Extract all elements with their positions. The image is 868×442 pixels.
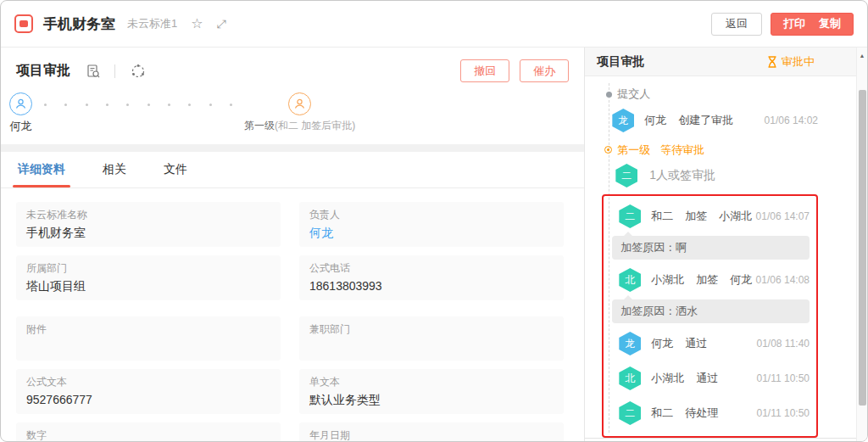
entry-time: 01/11 10:50 bbox=[756, 407, 810, 419]
avatar: 龙 bbox=[619, 332, 641, 355]
field-owner: 负责人 何龙 bbox=[299, 202, 564, 247]
withdraw-button[interactable]: 撤回 bbox=[460, 59, 509, 82]
back-button[interactable]: 返回 bbox=[711, 13, 762, 36]
field-name: 未云标准名称 手机财务室 bbox=[16, 202, 281, 247]
entry-time: 01/06 14:08 bbox=[756, 274, 810, 286]
tab-related[interactable]: 相关 bbox=[101, 162, 128, 187]
approval-flow: 何龙 第一级(和二 加签后审批) bbox=[1, 86, 584, 144]
field-date: 年月日期 bbox=[299, 422, 564, 442]
process-flow-icon[interactable] bbox=[131, 64, 146, 79]
field-department: 所属部门 塔山项目组 bbox=[16, 255, 281, 300]
star-icon[interactable]: ☆ bbox=[191, 17, 203, 31]
approval-status-badge: 审批中 bbox=[767, 54, 815, 70]
avatar: 二 bbox=[619, 204, 641, 228]
tab-detail[interactable]: 详细资料 bbox=[16, 162, 67, 187]
copy-button[interactable]: 复制 bbox=[819, 16, 841, 31]
scrollbar-up-icon[interactable]: ▲ bbox=[857, 48, 867, 59]
panel-scrollbar[interactable]: ▲ bbox=[856, 48, 867, 442]
timeline-entry: 北 小湖北加签何龙 01/06 14:08 bbox=[612, 268, 810, 292]
approval-card-header: 项目审批 撤回 催办 bbox=[1, 48, 584, 86]
annotation-box: 二 和二加签小湖北 01/06 14:07 加签原因：啊 北 小湖北加签何龙 0… bbox=[602, 194, 818, 438]
avatar: 二 bbox=[619, 401, 641, 425]
field-formula-text: 公式文本 9527666777 bbox=[16, 369, 281, 414]
detail-area: 项目审批 撤回 催办 bbox=[1, 48, 585, 442]
approval-detail-icon[interactable] bbox=[86, 64, 101, 79]
record-title: 手机财务室 bbox=[43, 14, 115, 34]
submitter-node: 提交人 bbox=[597, 85, 818, 104]
entry-time: 01/06 14:02 bbox=[765, 115, 818, 126]
divider bbox=[114, 64, 115, 78]
timeline-entry: 二 和二待处理 01/11 10:50 bbox=[612, 401, 810, 425]
record-type-label: 未云标准1 bbox=[127, 16, 177, 31]
flow-stage-node: 第一级(和二 加签后审批) bbox=[244, 92, 355, 134]
approval-timeline: 提交人 龙 何龙创建了审批 01/06 14:02 第一级等待审批 bbox=[585, 76, 867, 438]
field-single-text: 单文本 默认业务类型 bbox=[299, 369, 564, 414]
approval-group-row: 二 1人或签审批 bbox=[597, 164, 818, 187]
expand-icon[interactable]: ⤢ bbox=[217, 18, 226, 30]
scrollbar-thumb[interactable] bbox=[859, 90, 866, 406]
approval-card-title: 项目审批 bbox=[16, 62, 70, 80]
timeline-entry-created: 龙 何龙创建了审批 01/06 14:02 bbox=[597, 109, 818, 132]
entry-time: 01/06 14:07 bbox=[756, 210, 810, 222]
entry-time: 01/11 10:50 bbox=[756, 372, 810, 384]
app-logo-icon bbox=[14, 14, 33, 33]
field-grid: 未云标准名称 手机财务室 负责人 何龙 所属部门 塔山项目组 公式电话 bbox=[1, 188, 584, 442]
avatar: 龙 bbox=[612, 109, 634, 132]
print-copy-button-group[interactable]: 打印 复制 bbox=[771, 13, 854, 36]
approval-panel: 项目审批 审批中 提交人 龙 何龙创建了审批 bbox=[585, 48, 867, 442]
followers-bar: 跟进人 (1) bbox=[585, 438, 867, 442]
field-attachment: 附件 bbox=[16, 316, 281, 361]
approval-panel-title: 项目审批 bbox=[597, 54, 644, 70]
detail-tabs: 详细资料 相关 文件 bbox=[1, 152, 584, 188]
avatar: 北 bbox=[619, 268, 641, 292]
top-bar: 手机财务室 未云标准1 ☆ ⤢ 返回 打印 复制 bbox=[1, 1, 867, 48]
person-icon bbox=[288, 92, 311, 115]
flow-progress-dots bbox=[44, 103, 232, 106]
timeline-entry: 龙 何龙通过 01/08 11:40 bbox=[612, 332, 810, 355]
field-secondary-department: 兼职部门 bbox=[299, 316, 564, 361]
section-divider bbox=[1, 144, 584, 152]
app-window: 手机财务室 未云标准1 ☆ ⤢ 返回 打印 复制 项目审批 bbox=[0, 0, 868, 442]
approval-panel-header: 项目审批 审批中 bbox=[585, 48, 867, 76]
avatar: 二 bbox=[615, 164, 637, 187]
bullet-ring-icon bbox=[604, 146, 612, 154]
urge-button[interactable]: 催办 bbox=[520, 59, 569, 82]
timeline-entry: 二 和二加签小湖北 01/06 14:07 bbox=[612, 204, 810, 228]
sign-reason-note: 加签原因：啊 bbox=[612, 236, 810, 260]
owner-link[interactable]: 何龙 bbox=[309, 226, 554, 241]
field-number: 数字 bbox=[16, 422, 281, 442]
stage-node: 第一级等待审批 bbox=[597, 140, 818, 159]
flow-stage-label: 第一级(和二 加签后审批) bbox=[244, 119, 355, 133]
hourglass-icon bbox=[767, 56, 777, 68]
flow-start-node: 何龙 bbox=[9, 92, 32, 134]
sign-reason-note: 加签原因：洒水 bbox=[612, 299, 810, 323]
timeline-entry: 北 小湖北通过 01/11 10:50 bbox=[612, 366, 810, 390]
field-formula-phone: 公式电话 18613803993 bbox=[299, 255, 564, 300]
tab-files[interactable]: 文件 bbox=[162, 162, 189, 187]
entry-time: 01/08 11:40 bbox=[756, 338, 810, 350]
bullet-icon bbox=[606, 92, 612, 98]
print-button[interactable]: 打印 bbox=[783, 16, 805, 31]
avatar: 北 bbox=[619, 366, 641, 390]
flow-start-name: 何龙 bbox=[10, 119, 32, 134]
person-icon bbox=[9, 92, 32, 115]
